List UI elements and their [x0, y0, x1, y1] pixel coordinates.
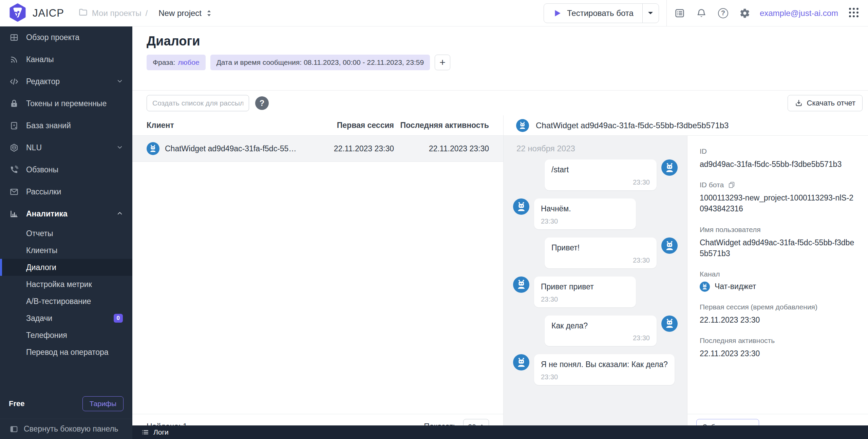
help-icon[interactable]: ?	[717, 7, 729, 19]
sidebar-item-label: Токены и переменные	[26, 99, 107, 108]
help-question-icon[interactable]: ?	[255, 96, 269, 110]
add-filter-button[interactable]: +	[435, 55, 450, 70]
sidebar-item-label: NLU	[26, 143, 42, 152]
first-session-value: 22.11.2023 23:30	[700, 314, 856, 325]
project-selector[interactable]: New project	[158, 8, 212, 18]
sidebar-item-editor[interactable]: Редактор	[0, 71, 132, 93]
tasks-list-icon[interactable]	[674, 7, 686, 19]
sidebar-item-label: Обзвоны	[26, 165, 58, 174]
chat-message-bot: Начнём. 23:30	[513, 198, 678, 229]
sidebar-item-reports[interactable]: Отчеты	[0, 225, 132, 242]
sidebar-item-knowledge-base[interactable]: База знаний	[0, 115, 132, 137]
clients-table-panel: Клиент Первая сессия Последняя активност…	[132, 115, 503, 439]
sidebar-item-tokens[interactable]: Токены и переменные	[0, 93, 132, 115]
test-bot-split-button: Тестировать бота	[544, 3, 659, 23]
sidebar-item-calls[interactable]: Обзвоны	[0, 159, 132, 181]
chat-transcript[interactable]: 22 ноября 2023 /start 23:30	[504, 136, 687, 439]
copy-icon[interactable]	[728, 181, 735, 189]
knowledge-icon	[10, 121, 19, 130]
sidebar-item-telephony[interactable]: Телефония	[0, 327, 132, 344]
sidebar-subitem-label: A/B-тестирование	[26, 297, 91, 306]
row-first-session: 22.11.2023 23:30	[299, 144, 394, 153]
last-activity-value: 22.11.2023 23:30	[700, 348, 856, 359]
sidebar-item-label: Редактор	[26, 77, 60, 86]
sidebar-subitem-label: Перевод на оператора	[26, 348, 109, 357]
chat-widget-avatar-icon	[147, 142, 159, 155]
notifications-bell-icon[interactable]	[695, 7, 707, 19]
apps-grid-icon[interactable]	[848, 6, 860, 20]
jaicp-logo-icon	[8, 3, 27, 23]
user-avatar-icon	[661, 316, 678, 332]
logs-label: Логи	[153, 428, 169, 436]
message-time: 23:30	[551, 334, 650, 342]
message-bubble: /start 23:30	[545, 159, 657, 190]
message-bubble: Привет привет 23:30	[534, 276, 636, 307]
collapse-sidebar-button[interactable]: Свернуть боковую панель	[0, 419, 132, 439]
sidebar-item-label: Обзор проекта	[26, 33, 79, 42]
download-report-button[interactable]: Скачать отчет	[788, 95, 863, 111]
chat-message-user: Привет! 23:30	[513, 237, 678, 268]
message-bubble: Я не понял. Вы сказали: Как дела? 23:30	[534, 354, 675, 385]
sidebar-item-operator-transfer[interactable]: Перевод на оператора	[0, 344, 132, 361]
jaicp-logo[interactable]: JAICP	[8, 3, 64, 23]
sidebar-item-metrics-setup[interactable]: Настройка метрик	[0, 276, 132, 293]
dialog-title: ChatWidget ad9d49ac-31fa-f5dc-55bb-f3dbe…	[536, 121, 729, 130]
breadcrumb[interactable]: Мои проекты /	[78, 7, 148, 19]
chevron-down-icon	[117, 143, 123, 152]
user-avatar-icon	[661, 159, 678, 176]
sidebar-item-analytics[interactable]: Аналитика	[0, 203, 132, 225]
bot-id-value: 1000113293-new_project-1000113293-nlS-20…	[700, 192, 856, 214]
sidebar-subitem-label: Настройка метрик	[26, 280, 92, 289]
id-value: ad9d49ac-31fa-f5dc-55bb-f3dbe5b571b3	[700, 159, 856, 170]
chat-message-user: /start 23:30	[513, 159, 678, 190]
sidebar-item-project-overview[interactable]: Обзор проекта	[0, 26, 132, 49]
mail-icon	[10, 187, 19, 196]
sidebar-item-tasks[interactable]: Задачи 0	[0, 310, 132, 327]
test-bot-dropdown-button[interactable]	[642, 4, 659, 23]
download-report-label: Скачать отчет	[807, 99, 855, 108]
test-bot-button[interactable]: Тестировать бота	[544, 4, 642, 23]
sidebar-item-dialogs[interactable]: Диалоги	[0, 259, 132, 276]
sidebar-subitem-label: Телефония	[26, 331, 67, 340]
phrase-filter-label: Фраза:	[153, 58, 175, 66]
download-icon	[795, 99, 803, 107]
sidebar-item-broadcasts[interactable]: Рассылки	[0, 181, 132, 203]
sidebar-item-label: База знаний	[26, 121, 71, 130]
channels-icon	[10, 55, 19, 64]
caret-down-icon	[648, 12, 653, 15]
analytics-icon	[10, 209, 19, 218]
filter-chip-date-range[interactable]: Дата и время сообщения: 08.11.2023, 00:0…	[210, 55, 430, 70]
bot-avatar-icon	[513, 354, 529, 370]
message-bubble: Начнём. 23:30	[534, 198, 636, 229]
phrase-filter-value: любое	[178, 58, 199, 66]
sidebar-item-nlu[interactable]: NLU	[0, 137, 132, 159]
column-first-session: Первая сессия	[299, 121, 394, 130]
sidebar-item-label: Каналы	[26, 55, 54, 64]
logs-bar[interactable]: Логи	[132, 425, 868, 439]
main-content: Диалоги Фраза: любое Дата и время сообще…	[132, 26, 868, 439]
sidebar-item-label: Аналитика	[26, 209, 68, 218]
row-last-activity: 22.11.2023 23:30	[394, 144, 489, 153]
username-label: Имя пользователя	[700, 226, 856, 234]
filter-chip-phrase[interactable]: Фраза: любое	[147, 55, 206, 70]
table-row[interactable]: ChatWidget ad9d49ac-31fa-f5dc-55bb-f3d… …	[132, 136, 503, 162]
sidebar-item-ab-testing[interactable]: A/B-тестирование	[0, 293, 132, 310]
sidebar-item-clients[interactable]: Клиенты	[0, 242, 132, 259]
channel-value: Чат-виджет	[715, 282, 756, 291]
collapse-sidebar-label: Свернуть боковую панель	[24, 424, 118, 434]
plan-row: Free Тарифы	[0, 396, 132, 411]
message-time: 23:30	[551, 178, 650, 186]
filter-chips: Фраза: любое Дата и время сообщения: 08.…	[147, 55, 854, 70]
dialog-header: ChatWidget ad9d49ac-31fa-f5dc-55bb-f3dbe…	[504, 115, 868, 136]
user-email-link[interactable]: example@just-ai.com	[760, 8, 838, 18]
message-text: /start	[551, 165, 650, 175]
column-last-activity: Последняя активность	[394, 121, 489, 130]
column-client: Клиент	[147, 121, 299, 130]
create-mailing-list-input[interactable]	[147, 95, 249, 111]
tariffs-button[interactable]: Тарифы	[82, 396, 124, 411]
settings-gear-icon[interactable]	[739, 7, 751, 19]
sidebar-item-channels[interactable]: Каналы	[0, 49, 132, 71]
date-filter-label: Дата и время сообщения: 08.11.2023, 00:0…	[216, 58, 424, 66]
message-time: 23:30	[541, 295, 629, 303]
first-session-label: Первая сессия (время добавления)	[700, 303, 856, 311]
